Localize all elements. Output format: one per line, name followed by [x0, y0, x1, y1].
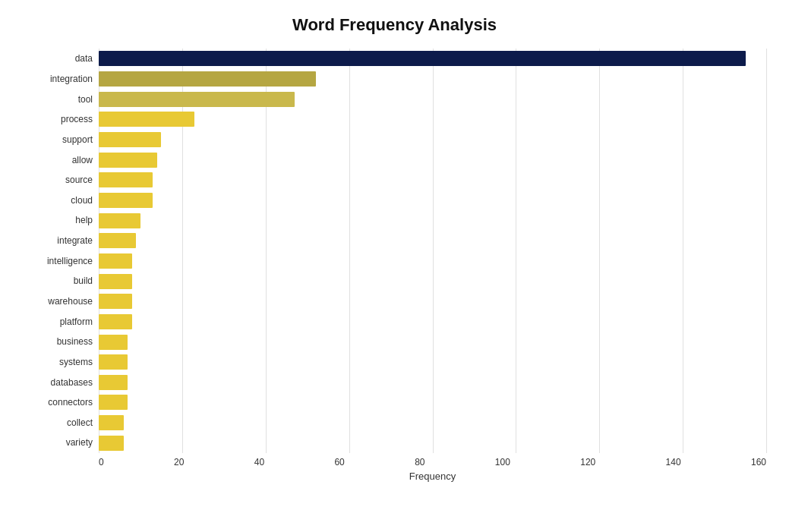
bar-support: [99, 132, 161, 147]
bar-systems: [99, 354, 128, 370]
bar-row-systems: [99, 352, 766, 373]
chart-title: Word Frequency Analysis: [23, 15, 766, 35]
x-tick: 60: [334, 457, 344, 467]
bar-row-databases: [99, 373, 766, 393]
y-label-data: data: [75, 54, 93, 63]
bar-row-help: [99, 210, 766, 231]
bar-allow: [99, 153, 157, 168]
x-tick: 80: [415, 457, 424, 467]
x-axis-ticks: 020406080100120140160: [99, 453, 766, 467]
y-label-connectors: connectors: [48, 398, 93, 407]
y-label-source: source: [65, 175, 93, 184]
y-label-intelligence: intelligence: [47, 257, 93, 266]
bar-warehouse: [99, 294, 132, 309]
x-tick: 160: [751, 457, 766, 467]
bar-row-source: [99, 170, 766, 190]
y-label-systems: systems: [59, 357, 93, 367]
bar-integrate: [99, 233, 136, 248]
bar-row-tool: [99, 89, 766, 109]
bar-row-data: [99, 49, 766, 69]
x-tick: 100: [495, 457, 510, 467]
y-label-integrate: integrate: [57, 236, 93, 245]
bar-row-build: [99, 271, 766, 291]
y-label-tool: tool: [78, 95, 93, 104]
y-label-allow: allow: [72, 156, 93, 165]
y-label-databases: databases: [51, 378, 93, 387]
bar-help: [99, 213, 140, 228]
bar-tool: [99, 92, 295, 107]
y-label-warehouse: warehouse: [48, 297, 93, 306]
y-label-build: build: [74, 276, 93, 285]
bar-row-variety: [99, 433, 766, 453]
x-tick: 20: [174, 457, 184, 467]
bar-process: [99, 112, 194, 127]
bar-row-business: [99, 332, 766, 352]
bar-row-allow: [99, 150, 766, 170]
y-label-variety: variety: [66, 438, 93, 447]
bar-row-process: [99, 109, 766, 130]
bar-row-integration: [99, 69, 766, 90]
y-axis-labels: dataintegrationtoolprocesssupportallowso…: [23, 49, 99, 453]
bar-databases: [99, 375, 128, 390]
bar-collect: [99, 415, 124, 430]
x-tick: 40: [254, 457, 264, 467]
bar-row-integrate: [99, 231, 766, 251]
chart-container: Word Frequency Analysis dataintegrationt…: [0, 0, 789, 532]
x-tick: 120: [580, 457, 595, 467]
y-label-business: business: [57, 337, 93, 346]
bar-row-warehouse: [99, 291, 766, 312]
bar-row-support: [99, 130, 766, 150]
bar-business: [99, 335, 128, 350]
bar-cloud: [99, 193, 153, 208]
bar-variety: [99, 436, 124, 451]
bars-area: [99, 49, 766, 453]
bar-connectors: [99, 395, 128, 410]
grid-line: [766, 49, 767, 453]
y-label-cloud: cloud: [71, 196, 93, 205]
bar-row-platform: [99, 312, 766, 332]
x-tick: 140: [666, 457, 681, 467]
x-tick: 0: [99, 457, 104, 467]
bar-row-collect: [99, 413, 766, 433]
bar-row-intelligence: [99, 251, 766, 272]
bar-intelligence: [99, 253, 132, 269]
bar-source: [99, 172, 153, 187]
y-label-support: support: [62, 135, 93, 144]
y-label-collect: collect: [67, 418, 93, 427]
bar-platform: [99, 314, 132, 329]
bar-row-cloud: [99, 190, 766, 211]
y-label-integration: integration: [50, 74, 93, 83]
y-label-platform: platform: [60, 317, 93, 326]
y-label-process: process: [61, 115, 93, 124]
y-label-help: help: [75, 216, 93, 225]
bar-data: [99, 51, 746, 66]
bar-build: [99, 274, 132, 289]
bar-integration: [99, 71, 316, 87]
x-axis-label: Frequency: [99, 471, 766, 482]
bar-row-connectors: [99, 392, 766, 413]
